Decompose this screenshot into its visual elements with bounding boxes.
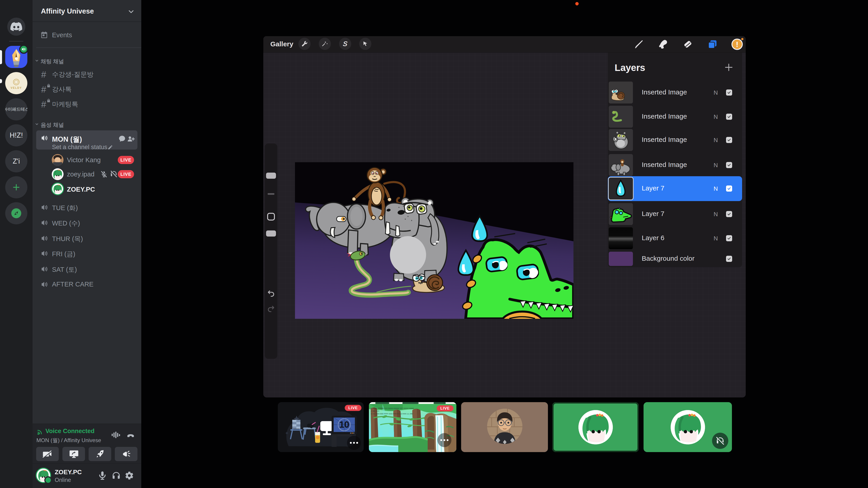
svg-text:2. BB: CCC: 2. BB: CCC	[371, 410, 379, 412]
svg-text:3. CC: DDD EEE FFFF GGG HHH II: 3. CC: DDD EEE FFFF GGG HHH III JJJJ KKK…	[371, 413, 413, 415]
svg-text:1. AAAA: BBBBB CCC DDDD EEEEE: 1. AAAA: BBBBB CCC DDDD EEEEE FFF GGGG H…	[371, 408, 414, 410]
svg-text:10: 10	[339, 420, 349, 429]
